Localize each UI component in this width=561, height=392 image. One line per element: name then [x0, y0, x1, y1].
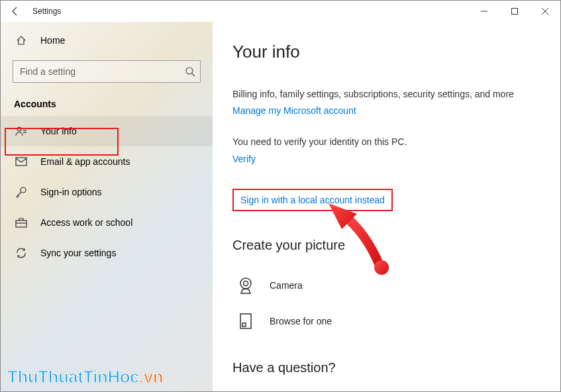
svg-point-4 — [186, 68, 193, 74]
camera-icon — [232, 275, 259, 295]
back-button[interactable] — [1, 1, 30, 22]
briefcase-icon — [14, 217, 28, 228]
svg-point-15 — [244, 281, 248, 285]
picture-heading: Create your picture — [232, 238, 540, 253]
camera-label: Camera — [270, 280, 303, 291]
home-nav[interactable]: Home — [1, 27, 213, 54]
sidebar-item-label: Sync your settings — [40, 248, 116, 258]
person-icon — [14, 126, 28, 136]
titlebar: Settings — [1, 1, 560, 22]
camera-option[interactable]: Camera — [232, 268, 540, 303]
svg-point-14 — [240, 278, 251, 289]
sidebar-item-label: Your info — [40, 126, 77, 136]
sidebar-item-label: Access work or school — [40, 217, 132, 228]
minimize-button[interactable] — [469, 1, 499, 22]
sidebar: Home Accounts Your info Email & app — [1, 22, 213, 391]
question-heading: Have a question? — [232, 360, 540, 375]
svg-line-5 — [192, 74, 195, 76]
billing-text: Billing info, family settings, subscript… — [232, 87, 517, 101]
maximize-button[interactable] — [499, 1, 530, 22]
browse-label: Browse for one — [270, 316, 332, 326]
sidebar-item-signin[interactable]: Sign-in options — [1, 177, 213, 207]
svg-rect-10 — [16, 158, 26, 166]
svg-point-6 — [17, 127, 21, 131]
sidebar-item-label: Email & app accounts — [40, 156, 130, 167]
verify-text: You need to verify your identity on this… — [232, 135, 517, 148]
key-icon — [14, 186, 28, 198]
content-panel: Your info Billing info, family settings,… — [213, 22, 560, 391]
sidebar-item-label: Sign-in options — [40, 187, 102, 197]
email-icon — [14, 157, 28, 166]
svg-rect-1 — [512, 9, 518, 15]
sidebar-item-email[interactable]: Email & app accounts — [1, 146, 213, 177]
page-title: Your info — [232, 42, 540, 62]
search-input[interactable] — [13, 60, 201, 83]
sidebar-item-your-info[interactable]: Your info — [1, 116, 213, 146]
close-button[interactable] — [530, 1, 560, 22]
annotation-highlight-local-account: Sign in with a local account instead — [232, 189, 393, 211]
verify-link[interactable]: Verify — [232, 154, 256, 164]
svg-rect-17 — [242, 323, 246, 326]
settings-window: Settings Home — [1, 1, 560, 391]
svg-point-11 — [21, 187, 26, 193]
search-icon — [185, 66, 195, 77]
sidebar-section-title: Accounts — [1, 89, 213, 116]
manage-account-link[interactable]: Manage my Microsoft account — [232, 105, 356, 116]
home-icon — [14, 35, 28, 46]
home-label: Home — [40, 35, 65, 46]
sidebar-item-work-school[interactable]: Access work or school — [1, 207, 213, 238]
window-controls — [469, 1, 560, 22]
browse-option[interactable]: Browse for one — [232, 303, 540, 339]
window-title: Settings — [32, 7, 61, 16]
watermark: ThuThuatTinHoc.vn — [7, 367, 163, 387]
sync-icon — [14, 247, 28, 259]
svg-rect-12 — [16, 220, 26, 227]
browse-icon — [232, 312, 259, 330]
local-account-link[interactable]: Sign in with a local account instead — [240, 195, 385, 205]
sidebar-item-sync[interactable]: Sync your settings — [1, 238, 213, 268]
